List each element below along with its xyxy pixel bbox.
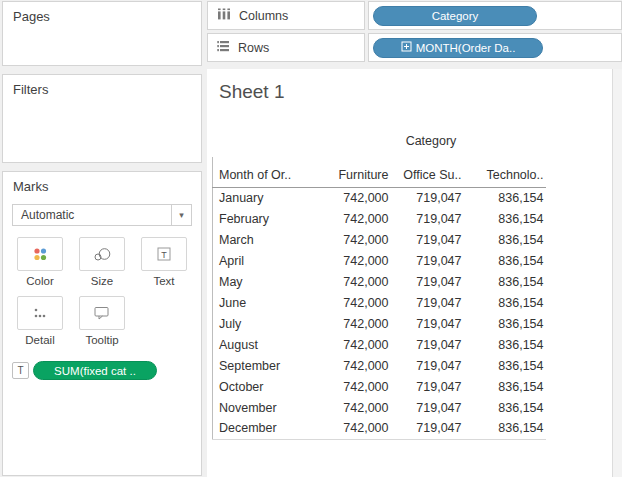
- columns-shelf[interactable]: Columns: [207, 1, 365, 30]
- text-button-label: Text: [153, 275, 174, 287]
- mark-cell[interactable]: 742,000: [317, 418, 391, 439]
- chevron-down-icon[interactable]: ▾: [171, 205, 191, 225]
- column-header[interactable]: Month of Or..: [213, 157, 317, 187]
- mark-cell[interactable]: 836,154: [464, 229, 546, 250]
- mark-cell[interactable]: 719,047: [391, 397, 464, 418]
- row-header[interactable]: April: [213, 250, 317, 271]
- rows-shelf-label: Rows: [238, 41, 269, 55]
- mark-cell[interactable]: 742,000: [317, 187, 391, 208]
- measure-pill[interactable]: SUM(fixed cat ..: [33, 361, 157, 380]
- mark-cell[interactable]: 742,000: [317, 376, 391, 397]
- columns-icon: [217, 8, 231, 23]
- mark-cell[interactable]: 719,047: [391, 187, 464, 208]
- pages-shelf[interactable]: Pages: [2, 1, 202, 66]
- mark-cell[interactable]: 719,047: [391, 229, 464, 250]
- mark-cell[interactable]: 836,154: [464, 250, 546, 271]
- mark-cell[interactable]: 719,047: [391, 376, 464, 397]
- mark-cell[interactable]: 742,000: [317, 250, 391, 271]
- mark-cell[interactable]: 742,000: [317, 292, 391, 313]
- row-header[interactable]: October: [213, 376, 317, 397]
- row-header[interactable]: November: [213, 397, 317, 418]
- table-row: July742,000719,047836,154: [213, 313, 546, 334]
- color-button-label: Color: [26, 275, 53, 287]
- tooltip-button-label: Tooltip: [85, 334, 118, 346]
- pages-shelf-title: Pages: [3, 2, 201, 28]
- size-button[interactable]: Size: [74, 237, 130, 287]
- svg-text:T: T: [161, 250, 167, 260]
- row-header[interactable]: July: [213, 313, 317, 334]
- row-header[interactable]: December: [213, 418, 317, 439]
- mark-cell[interactable]: 742,000: [317, 355, 391, 376]
- mark-cell[interactable]: 836,154: [464, 271, 546, 292]
- mark-cell[interactable]: 836,154: [464, 292, 546, 313]
- table-row: February742,000719,047836,154: [213, 208, 546, 229]
- expand-plus-icon[interactable]: [401, 41, 412, 54]
- table-row: September742,000719,047836,154: [213, 355, 546, 376]
- table-row: January742,000719,047836,154: [213, 187, 546, 208]
- rows-shelf[interactable]: Rows: [207, 33, 365, 62]
- tooltip-button[interactable]: Tooltip: [74, 296, 130, 346]
- mark-cell[interactable]: 836,154: [464, 376, 546, 397]
- mark-cell[interactable]: 742,000: [317, 313, 391, 334]
- mark-cell[interactable]: 719,047: [391, 271, 464, 292]
- mark-cell[interactable]: 836,154: [464, 208, 546, 229]
- detail-button[interactable]: Detail: [12, 296, 68, 346]
- table-row: November742,000719,047836,154: [213, 397, 546, 418]
- mark-cell[interactable]: 719,047: [391, 313, 464, 334]
- mark-cell[interactable]: 742,000: [317, 397, 391, 418]
- mark-cell[interactable]: 719,047: [391, 355, 464, 376]
- row-header[interactable]: May: [213, 271, 317, 292]
- column-header[interactable]: Office Su..: [391, 157, 464, 187]
- row-header[interactable]: September: [213, 355, 317, 376]
- mark-cell[interactable]: 742,000: [317, 208, 391, 229]
- filters-shelf[interactable]: Filters: [2, 74, 202, 163]
- mark-type-dropdown[interactable]: Automatic ▾: [12, 204, 192, 226]
- column-header-row: Month of Or.. Furniture Office Su.. Tech…: [213, 157, 546, 187]
- row-header[interactable]: March: [213, 229, 317, 250]
- rows-shelf-pills[interactable]: MONTH(Order Da..: [368, 33, 622, 62]
- table-row: March742,000719,047836,154: [213, 229, 546, 250]
- mark-cell[interactable]: 742,000: [317, 229, 391, 250]
- row-header[interactable]: February: [213, 208, 317, 229]
- vertical-scrollbar[interactable]: [612, 69, 622, 477]
- mark-cell[interactable]: 719,047: [391, 418, 464, 439]
- group-header-row: Category: [213, 125, 546, 157]
- row-header[interactable]: August: [213, 334, 317, 355]
- column-header[interactable]: Technolo..: [464, 157, 546, 187]
- mark-cell[interactable]: 836,154: [464, 334, 546, 355]
- marks-card: Marks Automatic ▾ Color Size T Text: [2, 171, 202, 476]
- table-row: October742,000719,047836,154: [213, 376, 546, 397]
- table-row: August742,000719,047836,154: [213, 334, 546, 355]
- detail-button-label: Detail: [25, 334, 54, 346]
- mark-cell[interactable]: 836,154: [464, 355, 546, 376]
- mark-cell[interactable]: 719,047: [391, 334, 464, 355]
- group-header[interactable]: Category: [317, 125, 546, 157]
- mark-cell[interactable]: 719,047: [391, 292, 464, 313]
- month-order-date-pill[interactable]: MONTH(Order Da..: [373, 38, 543, 58]
- category-pill-label: Category: [432, 10, 479, 22]
- mark-cell[interactable]: 836,154: [464, 397, 546, 418]
- text-encoding-badge[interactable]: T: [12, 362, 29, 379]
- columns-shelf-pills[interactable]: Category: [368, 1, 622, 30]
- marks-buttons: Color Size T Text Detail Tooltip: [12, 237, 192, 346]
- category-pill[interactable]: Category: [373, 6, 537, 26]
- mark-cell[interactable]: 836,154: [464, 313, 546, 334]
- text-button[interactable]: T Text: [136, 237, 192, 287]
- mark-cell[interactable]: 836,154: [464, 418, 546, 439]
- table-row: April742,000719,047836,154: [213, 250, 546, 271]
- mark-cell[interactable]: 742,000: [317, 334, 391, 355]
- color-button[interactable]: Color: [12, 237, 68, 287]
- mark-cell[interactable]: 719,047: [391, 250, 464, 271]
- mark-cell[interactable]: 719,047: [391, 208, 464, 229]
- mark-cell[interactable]: 742,000: [317, 271, 391, 292]
- table-row: May742,000719,047836,154: [213, 271, 546, 292]
- table-row: June742,000719,047836,154: [213, 292, 546, 313]
- row-header[interactable]: June: [213, 292, 317, 313]
- row-header[interactable]: January: [213, 187, 317, 208]
- columns-shelf-label: Columns: [239, 9, 288, 23]
- color-icon: [17, 237, 63, 271]
- sheet-title: Sheet 1: [219, 81, 285, 103]
- column-header[interactable]: Furniture: [317, 157, 391, 187]
- tooltip-icon: [79, 296, 125, 330]
- mark-cell[interactable]: 836,154: [464, 187, 546, 208]
